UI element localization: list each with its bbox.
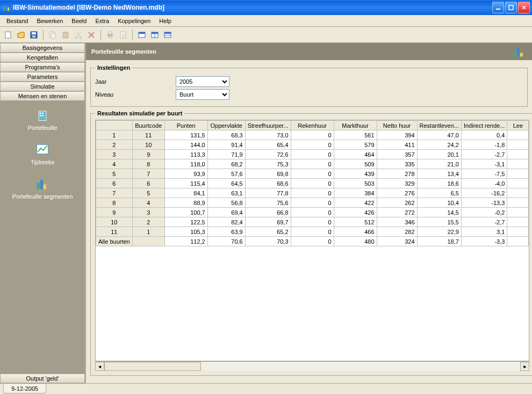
column-header[interactable]: Netto huur bbox=[377, 121, 417, 130]
table-cell[interactable]: 346 bbox=[377, 217, 417, 227]
table-cell[interactable]: 0 bbox=[291, 208, 334, 217]
table-cell[interactable]: 118,0 bbox=[164, 159, 207, 169]
table-cell[interactable]: 68,6 bbox=[245, 179, 291, 188]
open-icon[interactable] bbox=[15, 29, 27, 41]
table-cell[interactable] bbox=[507, 208, 529, 217]
table-cell[interactable]: 0 bbox=[291, 169, 334, 179]
table-cell[interactable]: 47,0 bbox=[417, 130, 461, 140]
minimize-button[interactable] bbox=[492, 2, 504, 13]
table-cell[interactable]: -0,2 bbox=[461, 208, 507, 217]
table-cell[interactable]: 0 bbox=[291, 150, 334, 159]
table-cell[interactable]: 91,4 bbox=[207, 140, 245, 150]
table-cell[interactable]: 18,7 bbox=[417, 237, 461, 246]
table-cell[interactable]: 0,4 bbox=[461, 130, 507, 140]
table-cell[interactable]: 75,6 bbox=[245, 198, 291, 208]
nav-output-geld[interactable]: Output 'geld' bbox=[0, 374, 85, 383]
table-cell[interactable]: 82,4 bbox=[207, 217, 245, 227]
table-cell[interactable] bbox=[507, 198, 529, 208]
table-cell[interactable]: 9 bbox=[132, 150, 164, 159]
table-row[interactable]: 210144,091,465,4057941124,2-1,8 bbox=[96, 140, 529, 150]
table-cell[interactable]: 20,1 bbox=[417, 150, 461, 159]
table-cell[interactable]: 112,2 bbox=[164, 237, 207, 246]
table-cell[interactable]: 276 bbox=[377, 188, 417, 198]
cut-icon[interactable] bbox=[73, 29, 84, 41]
table-cell[interactable]: 480 bbox=[334, 237, 377, 246]
table-cell[interactable]: 335 bbox=[377, 159, 417, 169]
table-cell[interactable]: 77,8 bbox=[245, 188, 291, 198]
table-cell[interactable]: 63,1 bbox=[207, 188, 245, 198]
table-cell[interactable]: 93,9 bbox=[164, 169, 207, 179]
table-cell[interactable]: 1 bbox=[96, 130, 133, 140]
table-cell[interactable] bbox=[507, 188, 529, 198]
table-cell[interactable]: 14,5 bbox=[417, 208, 461, 217]
table-cell[interactable] bbox=[507, 140, 529, 150]
table-cell[interactable]: 144,0 bbox=[164, 140, 207, 150]
table-cell[interactable]: 105,3 bbox=[164, 227, 207, 237]
table-cell[interactable] bbox=[507, 227, 529, 237]
nav-icon-tijdreeks[interactable]: Tijdreeks bbox=[28, 140, 56, 167]
table-cell[interactable]: 2 bbox=[132, 217, 164, 227]
table-cell[interactable]: 100,7 bbox=[164, 208, 207, 217]
table-cell[interactable]: 63,9 bbox=[207, 227, 245, 237]
nav-mensen[interactable]: Mensen en stenen bbox=[0, 91, 85, 101]
table-cell[interactable]: 0 bbox=[291, 188, 334, 198]
menu-beeld[interactable]: Beeld bbox=[67, 17, 91, 25]
table-cell[interactable]: 21,0 bbox=[417, 159, 461, 169]
table-cell[interactable]: 66,8 bbox=[245, 208, 291, 217]
table-cell[interactable] bbox=[507, 179, 529, 188]
table-cell[interactable]: 439 bbox=[334, 169, 377, 179]
nav-programmas[interactable]: Programma's bbox=[0, 62, 85, 72]
table-cell[interactable]: 5 bbox=[96, 169, 133, 179]
table-cell[interactable]: 579 bbox=[334, 140, 377, 150]
table-cell[interactable]: 8 bbox=[96, 198, 133, 208]
table-cell[interactable]: 69,4 bbox=[207, 208, 245, 217]
menu-koppelingen[interactable]: Koppelingen bbox=[113, 17, 155, 25]
table-cell[interactable]: 68,2 bbox=[207, 159, 245, 169]
table-cell[interactable]: 131,5 bbox=[164, 130, 207, 140]
table-row[interactable]: 66115,464,568,6050332918,6-4,0 bbox=[96, 179, 529, 188]
table-cell[interactable]: 0 bbox=[291, 217, 334, 227]
table-cell[interactable]: 75,3 bbox=[245, 159, 291, 169]
table-row[interactable]: Alle buurten112,270,670,3048032418,7-3,3 bbox=[96, 237, 529, 246]
table-cell[interactable]: 24,2 bbox=[417, 140, 461, 150]
column-header[interactable]: Indirect rende... bbox=[461, 121, 507, 130]
menu-bestand[interactable]: Bestand bbox=[2, 17, 32, 25]
table-cell[interactable]: 466 bbox=[334, 227, 377, 237]
table-cell[interactable]: 503 bbox=[334, 179, 377, 188]
table-cell[interactable]: 56,8 bbox=[207, 198, 245, 208]
table-cell[interactable] bbox=[507, 150, 529, 159]
table-cell[interactable]: 561 bbox=[334, 130, 377, 140]
table-cell[interactable]: -13,3 bbox=[461, 198, 507, 208]
menu-help[interactable]: Help bbox=[155, 17, 176, 25]
column-header[interactable]: Buurtcode bbox=[132, 121, 164, 130]
table-cell[interactable]: 4 bbox=[132, 198, 164, 208]
table-cell[interactable]: 6 bbox=[96, 179, 133, 188]
table-cell[interactable]: 0 bbox=[291, 159, 334, 169]
table-cell[interactable]: 4 bbox=[96, 159, 133, 169]
table-cell[interactable]: 64,5 bbox=[207, 179, 245, 188]
table-cell[interactable]: -4,0 bbox=[461, 179, 507, 188]
table-cell[interactable]: 70,3 bbox=[245, 237, 291, 246]
table-cell[interactable]: 324 bbox=[377, 237, 417, 246]
table-cell[interactable] bbox=[507, 169, 529, 179]
scroll-left-arrow[interactable]: ◄ bbox=[95, 362, 104, 371]
table-cell[interactable]: 6 bbox=[132, 179, 164, 188]
table-row[interactable]: 48118,068,275,3050933521,0-3,1 bbox=[96, 159, 529, 169]
nav-basisgegevens[interactable]: Basisgegevens bbox=[0, 43, 85, 53]
table-cell[interactable]: 0 bbox=[291, 179, 334, 188]
table-cell[interactable]: 68,3 bbox=[207, 130, 245, 140]
table-cell[interactable]: 65,2 bbox=[245, 227, 291, 237]
table-cell[interactable]: 6,5 bbox=[417, 188, 461, 198]
table-cell[interactable] bbox=[507, 130, 529, 140]
table-cell[interactable]: 11 bbox=[96, 227, 133, 237]
table-cell[interactable]: 13,4 bbox=[417, 169, 461, 179]
table-cell[interactable]: 8 bbox=[132, 159, 164, 169]
table-cell[interactable]: 1 bbox=[132, 227, 164, 237]
delete-icon[interactable] bbox=[85, 29, 97, 41]
table-cell[interactable] bbox=[507, 159, 529, 169]
maximize-button[interactable] bbox=[505, 2, 517, 13]
table-cell[interactable]: 262 bbox=[377, 198, 417, 208]
table-cell[interactable]: 72,6 bbox=[245, 150, 291, 159]
column-header[interactable]: Restantleven... bbox=[417, 121, 461, 130]
table-cell[interactable]: 357 bbox=[377, 150, 417, 159]
